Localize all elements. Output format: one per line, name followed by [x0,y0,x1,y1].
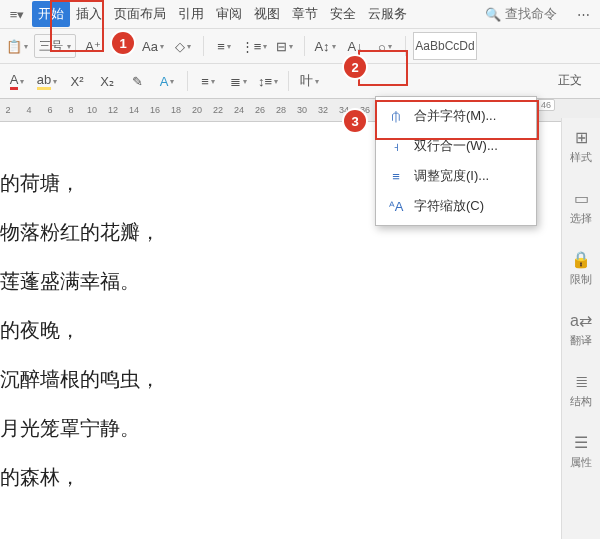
line-spacing-button[interactable]: ↕≡ [255,68,281,94]
font-size-selector[interactable]: 三号 [34,34,76,58]
ruler-tick: 4 [23,105,35,115]
ruler-tick: 14 [128,105,140,115]
right-pane-属性[interactable]: ☰属性 [570,433,592,470]
change-case-button[interactable]: Aa [140,33,166,59]
right-pane-结构[interactable]: ≣结构 [570,372,592,409]
tab-开始[interactable]: 开始 [32,1,70,27]
two-line-icon: ⫞ [386,137,406,155]
document-line[interactable]: 月光笼罩宁静。 [0,415,560,442]
char-layout-menu: ⫛合并字符(M)...⫞双行合一(W)...≡调整宽度(I)...ᴬA字符缩放(… [375,96,537,226]
callout-1: 1 [112,32,134,54]
tab-章节[interactable]: 章节 [286,1,324,27]
ruler-tick: 30 [296,105,308,115]
right-pane-icon: ⊞ [572,128,590,146]
scale-icon: ᴬA [386,197,406,215]
ruler-tick: 6 [44,105,56,115]
ruler-page-badge: 46 [537,99,555,111]
right-pane-label: 属性 [570,455,592,470]
ruler-tick: 8 [65,105,77,115]
bullet-list-button[interactable]: ≡ [211,33,237,59]
right-pane-label: 翻译 [570,333,592,348]
align-both-button[interactable]: ≣ [225,68,251,94]
ruler-tick: 10 [86,105,98,115]
ruler-tick: 24 [233,105,245,115]
ruler-tick: 20 [191,105,203,115]
right-pane-label: 样式 [570,150,592,165]
menubar: ≡▾ 开始插入页面布局引用审阅视图章节安全云服务 🔍 查找命令 ⋯ [0,0,600,29]
tab-审阅[interactable]: 审阅 [210,1,248,27]
style-preview[interactable]: AaBbCcDd [413,32,477,60]
char-menu-item-two-line[interactable]: ⫞双行合一(W)... [376,131,536,161]
ruler-tick: 28 [275,105,287,115]
find-button[interactable]: ⌕ [372,33,398,59]
ruler-tick: 16 [149,105,161,115]
ruler-tick: 12 [107,105,119,115]
ruler-tick: 22 [212,105,224,115]
subscript-button[interactable]: X₂ [94,68,120,94]
ruler-tick: 26 [254,105,266,115]
tab-插入[interactable]: 插入 [70,1,108,27]
app-menu-button[interactable]: ≡▾ [4,3,30,25]
right-pane-样式[interactable]: ⊞样式 [570,128,592,165]
ruler-tick: 32 [317,105,329,115]
ribbon-row-2: A ab X² X₂ ✎ A ≡ ≣ ↕≡ 叶 正文 [0,64,600,99]
search-placeholder: 查找命令 [505,5,557,23]
callout-3: 3 [344,110,366,132]
right-pane-选择[interactable]: ▭选择 [570,189,592,226]
format-painter-button[interactable]: ✎ [124,68,150,94]
char-menu-item-label: 合并字符(M)... [414,107,496,125]
width-icon: ≡ [386,167,406,185]
ruler-tick: 18 [170,105,182,115]
document-line[interactable]: 的森林， [0,464,560,491]
char-menu-item-label: 字符缩放(C) [414,197,484,215]
tab-安全[interactable]: 安全 [324,1,362,27]
font-color-button[interactable]: A [4,68,30,94]
char-menu-item-width[interactable]: ≡调整宽度(I)... [376,161,536,191]
right-pane-翻译[interactable]: a⇄翻译 [570,311,592,348]
char-menu-item-label: 双行合一(W)... [414,137,498,155]
right-pane-label: 限制 [570,272,592,287]
align-button[interactable]: ≡ [195,68,221,94]
right-task-pane: ⊞样式▭选择🔒限制a⇄翻译≣结构☰属性 [561,118,600,539]
number-list-button[interactable]: ⋮≡ [241,33,267,59]
command-search[interactable]: 🔍 查找命令 [485,5,557,23]
style-name-label: 正文 [558,72,582,89]
char-menu-trigger[interactable]: 叶 [296,68,322,94]
tab-云服务[interactable]: 云服务 [362,1,413,27]
ruler-tick: 2 [2,105,14,115]
char-menu-item-label: 调整宽度(I)... [414,167,489,185]
right-pane-label: 选择 [570,211,592,226]
right-pane-icon: ☰ [572,433,590,451]
char-layout-button[interactable]: A↕ [312,33,338,59]
callout-2: 2 [344,56,366,78]
increase-font-button[interactable]: A⁺ [80,33,106,59]
highlight-button[interactable]: ab [34,68,60,94]
char-menu-item-merge[interactable]: ⫛合并字符(M)... [376,101,536,131]
multilevel-list-button[interactable]: ⊟ [271,33,297,59]
text-effects-button[interactable]: A [154,68,180,94]
right-pane-icon: 🔒 [572,250,590,268]
merge-icon: ⫛ [386,107,406,125]
tabs: 开始插入页面布局引用审阅视图章节安全云服务 [32,1,475,27]
right-pane-icon: ≣ [572,372,590,390]
right-pane-限制[interactable]: 🔒限制 [570,250,592,287]
right-pane-icon: ▭ [572,189,590,207]
paste-button[interactable]: 📋 [4,33,30,59]
right-pane-icon: a⇄ [572,311,590,329]
tab-视图[interactable]: 视图 [248,1,286,27]
superscript-button[interactable]: X² [64,68,90,94]
clear-format-button[interactable]: ◇ [170,33,196,59]
more-menu[interactable]: ⋯ [567,7,600,22]
tab-引用[interactable]: 引用 [172,1,210,27]
document-line[interactable]: 沉醉墙根的鸣虫， [0,366,560,393]
search-icon: 🔍 [485,7,501,22]
right-pane-label: 结构 [570,394,592,409]
char-menu-item-scale[interactable]: ᴬA字符缩放(C) [376,191,536,221]
document-line[interactable]: 莲蓬盛满幸福。 [0,268,560,295]
tab-页面布局[interactable]: 页面布局 [108,1,172,27]
ribbon-row-1: 📋 三号 A⁺ A⁻ Aa ◇ ≡ ⋮≡ ⊟ A↕ A↓ ⌕ AaBbCcDd [0,29,600,64]
document-line[interactable]: 的夜晚， [0,317,560,344]
